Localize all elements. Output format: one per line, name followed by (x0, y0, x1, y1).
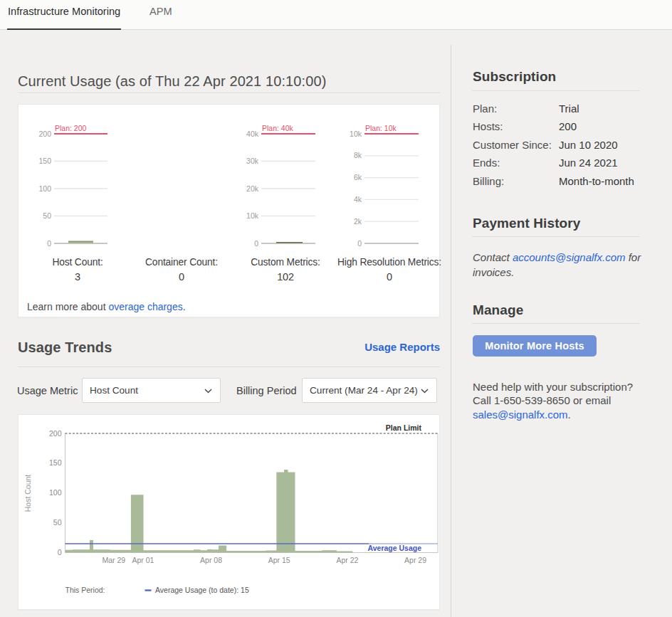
metric-label: Custom Metrics: (226, 257, 345, 268)
usage-metric-label: Usage Metric (17, 385, 78, 396)
payment-history-heading: Payment History (473, 216, 580, 231)
subscription-row-value: 200 (559, 120, 577, 132)
mini-tick-label: 6k (354, 173, 362, 181)
average-usage-label: Average Usage (368, 544, 422, 552)
subscription-row-value: Jun 10 2020 (559, 139, 618, 151)
metric-label: Container Count: (122, 257, 241, 268)
subscription-heading: Subscription (473, 69, 556, 85)
plot-border (65, 433, 439, 553)
subscription-rule (472, 90, 640, 91)
sales-email-link[interactable]: sales@signalfx.com (473, 408, 568, 421)
learn-more-text: Learn more about overage charges. (27, 301, 186, 312)
billing-period-label: Billing Period (236, 385, 297, 396)
mini-tick-label: 2k (354, 217, 362, 226)
subscription-row-value: Month-to-month (559, 175, 634, 187)
subscription-row-label: Billing: (473, 175, 559, 187)
usage-reports-link[interactable]: Usage Reports (364, 341, 440, 353)
legend-period-label: This Period: (65, 586, 105, 594)
payment-contact-text: Contact accounts@signalfx.com for invoic… (473, 250, 642, 280)
x-tick-label: Apr 01 (132, 556, 154, 564)
mini-tick-label: 0 (47, 239, 51, 248)
subscription-row: Ends:Jun 24 2021 (473, 157, 642, 174)
x-tick-label: Apr 08 (200, 556, 222, 564)
usage-metric-value: Host Count (90, 385, 138, 396)
mini-tick-label: 100 (38, 184, 51, 193)
current-usage-card: 050100150200Plan: 200010k20k30k40kPlan: … (18, 104, 440, 317)
y-tick-label: 50 (53, 518, 62, 527)
x-tick-label: Mar 29 (102, 556, 125, 564)
metric-label: High Resolution Metrics: (330, 257, 448, 268)
subscription-row: Hosts:200 (473, 120, 642, 138)
mini-tick-label: 10k (350, 130, 362, 138)
metric-summary: Container Count:0 (122, 257, 241, 283)
payment-history-rule (472, 236, 640, 237)
mini-plan-label: Plan: 10k (365, 124, 397, 132)
current-usage-mini-charts: 050100150200Plan: 200010k20k30k40kPlan: … (19, 105, 439, 253)
mini-tick-label: 4k (354, 195, 362, 204)
subscription-row-label: Customer Since: (473, 139, 559, 151)
tab-label: Infrastructure Monitoring (8, 6, 120, 17)
subscription-row-value: Trial (559, 102, 579, 115)
subscription-row-label: Hosts: (473, 120, 559, 132)
x-tick-label: Apr 15 (268, 556, 290, 564)
billing-period-select[interactable]: Current (Mar 24 - Apr 24) (302, 378, 437, 403)
tab-bar: Infrastructure Monitoring APM (0, 0, 672, 30)
manage-rule (472, 323, 640, 324)
chevron-down-icon (421, 389, 429, 394)
chevron-down-icon (204, 389, 212, 394)
subscription-details: Plan:TrialHosts:200Customer Since:Jun 10… (473, 102, 642, 193)
active-tab-underline (7, 28, 121, 31)
accounts-email-link[interactable]: accounts@signalfx.com (513, 251, 626, 263)
subscription-row-label: Ends: (473, 157, 559, 169)
subscription-row: Plan:Trial (473, 102, 642, 120)
usage-trends-rule (18, 366, 440, 367)
monitor-more-hosts-button[interactable]: Monitor More Hosts (473, 335, 597, 357)
mini-tick-label: 8k (354, 151, 362, 159)
billing-period-value: Current (Mar 24 - Apr 24) (310, 385, 418, 396)
mini-plan-label: Plan: 40k (262, 124, 294, 132)
mini-tick-label: 200 (38, 130, 51, 138)
metric-value: 0 (122, 271, 241, 283)
mini-tick-label: 10k (246, 211, 259, 220)
subscription-row-label: Plan: (473, 102, 559, 115)
mini-tick-label: 30k (246, 157, 259, 165)
y-tick-label: 100 (49, 488, 62, 497)
mini-tick-label: 0 (357, 239, 362, 248)
subscription-row: Billing:Month-to-month (473, 175, 642, 193)
y-tick-label: 200 (49, 429, 62, 438)
usage-trends-chart: 050100150200Host CountMar 29Apr 01Apr 08… (19, 415, 439, 609)
mini-tick-label: 40k (246, 130, 259, 138)
usage-bars (65, 470, 353, 552)
mini-tick-label: 150 (38, 157, 51, 165)
help-text: Need help with your subscription? Call 1… (473, 380, 645, 421)
usage-trends-heading: Usage Trends (18, 339, 112, 356)
y-tick-label: 150 (49, 458, 62, 467)
mini-tick-label: 50 (43, 211, 51, 220)
x-tick-label: Apr 22 (336, 556, 358, 564)
usage-trends-card: 050100150200Host CountMar 29Apr 01Apr 08… (18, 414, 440, 610)
x-tick-label: Apr 29 (404, 556, 426, 564)
legend-average-label: Average Usage (to date): 15 (155, 586, 249, 594)
y-tick-label: 0 (58, 548, 62, 557)
current-usage-heading: Current Usage (as of Thu 22 Apr 2021 10:… (18, 73, 326, 90)
metric-value: 0 (330, 271, 448, 283)
tab-label: APM (149, 6, 172, 17)
metric-value: 3 (19, 271, 137, 283)
metric-summary: High Resolution Metrics:0 (330, 257, 448, 283)
plan-limit-label: Plan Limit (386, 423, 422, 432)
mini-tick-label: 0 (254, 239, 258, 248)
column-divider (451, 45, 451, 617)
metric-label: Host Count: (19, 257, 137, 268)
metric-summary: Custom Metrics:102 (226, 257, 345, 283)
tab-apm[interactable]: APM (149, 0, 172, 30)
tab-infrastructure-monitoring[interactable]: Infrastructure Monitoring (8, 0, 120, 30)
subscription-row: Customer Since:Jun 10 2020 (473, 139, 642, 157)
overage-charges-link[interactable]: overage charges (108, 301, 182, 312)
mini-plan-label: Plan: 200 (55, 124, 87, 132)
current-usage-rule (18, 93, 440, 93)
mini-tick-label: 20k (246, 184, 259, 193)
subscription-row-value: Jun 24 2021 (559, 157, 618, 169)
manage-heading: Manage (473, 302, 523, 318)
usage-metric-select[interactable]: Host Count (82, 378, 221, 403)
metric-value: 102 (226, 271, 345, 283)
